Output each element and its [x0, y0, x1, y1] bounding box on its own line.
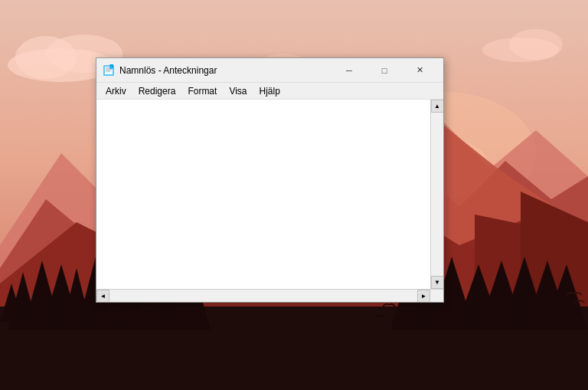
horizontal-scrollbar: ◄ ►: [96, 289, 443, 302]
scroll-right-arrow[interactable]: ►: [417, 290, 430, 303]
maximize-button[interactable]: □: [367, 58, 402, 83]
main-content: ▲ ▼ ◄ ►: [96, 100, 443, 302]
scrollbar-corner: [430, 290, 443, 303]
window-title: Namnlös - Anteckningar: [119, 65, 332, 76]
menu-redigera[interactable]: Redigera: [132, 84, 182, 98]
svg-point-7: [509, 29, 563, 60]
text-area-wrapper: ▲ ▼: [96, 100, 443, 289]
scroll-track-vertical[interactable]: [431, 113, 443, 276]
menu-visa[interactable]: Visa: [223, 84, 253, 98]
scroll-up-arrow[interactable]: ▲: [431, 100, 444, 113]
notepad-window: Namnlös - Anteckningar ─ □ ✕ Arkiv Redig…: [96, 57, 444, 303]
window-controls: ─ □ ✕: [332, 58, 437, 83]
content-area: ▲ ▼ ◄ ►: [96, 100, 443, 302]
menu-format[interactable]: Format: [181, 84, 223, 98]
scroll-track-horizontal[interactable]: [109, 290, 417, 302]
menu-hjälp[interactable]: Hjälp: [253, 84, 286, 98]
minimize-button[interactable]: ─: [332, 58, 367, 83]
close-button[interactable]: ✕: [402, 58, 437, 83]
text-editor[interactable]: [96, 100, 430, 289]
title-bar: Namnlös - Anteckningar ─ □ ✕: [96, 58, 443, 83]
vertical-scrollbar: ▲ ▼: [430, 100, 443, 289]
menu-bar: Arkiv Redigera Format Visa Hjälp: [96, 83, 443, 100]
menu-arkiv[interactable]: Arkiv: [100, 84, 132, 98]
scroll-left-arrow[interactable]: ◄: [96, 290, 109, 303]
scroll-down-arrow[interactable]: ▼: [431, 276, 444, 289]
notepad-icon: [103, 64, 115, 77]
